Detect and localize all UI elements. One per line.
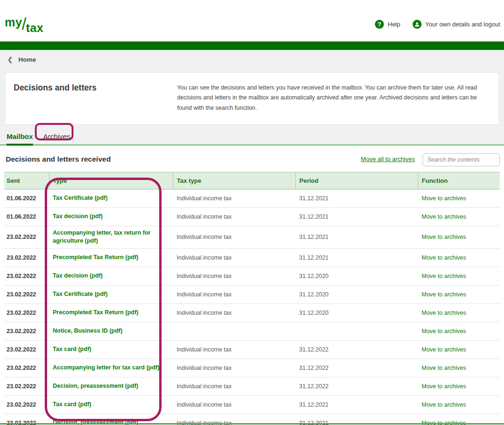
move-to-archives-link[interactable]: Move to archives: [422, 234, 466, 240]
table-row: 23.02.2022 Tax card (pdf) Individual inc…: [4, 395, 500, 414]
mailbox-content: Decisions and letters received Move all …: [0, 146, 504, 425]
period-cell: 31.12.2020: [295, 267, 418, 285]
move-to-archives-link[interactable]: Move to archives: [422, 365, 466, 371]
move-to-archives-link[interactable]: Move to archives: [422, 254, 466, 261]
period-cell: 31.12.2021: [295, 395, 418, 414]
move-to-archives-link[interactable]: Move to archives: [422, 328, 466, 335]
mytax-logo[interactable]: my/tax: [5, 11, 44, 30]
tax-type-cell: Individual income tax: [173, 248, 295, 267]
table-row: 23.02.2022 Accompanying letter, tax retu…: [4, 226, 500, 248]
column-header-function: Function: [418, 172, 500, 189]
column-header-period: Period: [295, 172, 418, 189]
sent-date: 23.02.2022: [4, 285, 49, 303]
tax-type-cell: Individual income tax: [173, 359, 295, 377]
search-input[interactable]: [423, 153, 500, 166]
sent-date: 23.02.2022: [4, 248, 49, 267]
logo-text-my: my: [5, 16, 22, 29]
logo-text-tax: tax: [26, 21, 44, 34]
document-link[interactable]: Precompleted Tax Return (pdf): [53, 253, 138, 262]
document-link[interactable]: Tax Certificate (pdf): [53, 194, 107, 203]
table-row: 23.02.2022 Precompleted Tax Return (pdf)…: [4, 303, 500, 322]
document-link[interactable]: Tax card (pdf): [53, 400, 91, 409]
table-row: 23.02.2022 Tax card (pdf) Individual inc…: [4, 340, 500, 359]
page-title: Decisions and letters: [14, 83, 177, 113]
move-to-archives-link[interactable]: Move to archives: [422, 195, 466, 202]
account-label: Your own details and logout: [425, 21, 500, 28]
section-heading: Decisions and letters received: [6, 153, 361, 163]
tab-bar: Mailbox Archives: [0, 125, 504, 146]
page-upper-zone: ❮ Home Decisions and letters You can see…: [0, 50, 504, 146]
document-link[interactable]: Tax Certificate (pdf): [53, 290, 107, 299]
document-link[interactable]: Tax card (pdf): [53, 345, 91, 354]
table-row: 23.02.2022 Precompleted Tax Return (pdf)…: [4, 248, 500, 267]
move-to-archives-link[interactable]: Move to archives: [422, 401, 466, 408]
tax-type-cell: Individual income tax: [173, 285, 295, 303]
sent-date: 23.02.2022: [4, 303, 49, 322]
table-row: 23.02.2022 Tax Certificate (pdf) Individ…: [4, 285, 500, 303]
table-row: 01.06.2022 Tax decision (pdf) Individual…: [4, 207, 500, 226]
header: my/tax ? Help Your own details and logou…: [0, 0, 504, 41]
tax-type-cell: Individual income tax: [173, 226, 295, 248]
tax-type-cell: Individual income tax: [173, 395, 295, 414]
tax-type-cell: Individual income tax: [173, 377, 295, 395]
tab-mailbox[interactable]: Mailbox: [7, 132, 33, 146]
period-cell: [295, 322, 418, 340]
column-header-tax-type: Tax type: [173, 172, 295, 189]
document-link[interactable]: Tax decision (pdf): [53, 212, 103, 221]
table-row: 23.02.2022 Decision, preassessment (pdf)…: [4, 377, 500, 395]
sent-date: 01.06.2022: [4, 207, 49, 226]
primary-nav-bar: [0, 41, 504, 50]
breadcrumb-home-link[interactable]: Home: [18, 56, 36, 63]
sent-date: 23.02.2022: [4, 340, 49, 359]
document-link[interactable]: Precompleted Tax Return (pdf): [53, 309, 138, 317]
move-to-archives-link[interactable]: Move to archives: [422, 346, 466, 353]
back-chevron-icon: ❮: [8, 56, 13, 63]
account-button[interactable]: Your own details and logout: [413, 20, 500, 29]
tax-type-cell: Individual income tax: [173, 303, 295, 322]
period-cell: 31.12.2020: [295, 303, 418, 322]
table-row: 23.02.2022 Notice, Business ID (pdf) Mov…: [4, 322, 500, 340]
tax-type-cell: Individual income tax: [173, 267, 295, 285]
period-cell: 31.12.2022: [295, 340, 418, 359]
period-cell: 31.12.2022: [295, 359, 418, 377]
document-link[interactable]: Decision, preassessment (pdf): [53, 382, 138, 391]
tax-type-cell: Individual income tax: [173, 189, 295, 207]
table-header-row: Sent Type Tax type Period Function: [4, 172, 500, 189]
sent-date: 23.02.2022: [4, 322, 49, 340]
bottom-edge-line: [0, 423, 504, 425]
move-to-archives-link[interactable]: Move to archives: [422, 213, 466, 220]
user-icon: [413, 20, 422, 29]
column-header-type: Type: [49, 172, 173, 189]
document-link[interactable]: Accompanying letter, tax return for agri…: [53, 229, 170, 245]
move-to-archives-link[interactable]: Move to archives: [422, 310, 466, 316]
page-title-card: Decisions and letters You can see the de…: [5, 72, 499, 125]
move-to-archives-link[interactable]: Move to archives: [422, 383, 466, 390]
document-link[interactable]: Accompanying letter for tax card (pdf): [53, 364, 159, 372]
column-header-sent: Sent: [4, 172, 49, 189]
sent-date: 23.02.2022: [4, 267, 49, 285]
help-label: Help: [388, 21, 400, 28]
document-link[interactable]: Tax decision (pdf): [53, 272, 103, 280]
document-link[interactable]: Notice, Business ID (pdf): [53, 327, 122, 335]
period-cell: 31.12.2021: [295, 189, 418, 207]
tax-type-cell: Individual income tax: [173, 207, 295, 226]
sent-date: 23.02.2022: [4, 359, 49, 377]
page-description: You can see the decisions and letters yo…: [177, 83, 490, 113]
help-question-icon: ?: [375, 20, 384, 29]
move-all-to-archives-link[interactable]: Move all to archives: [361, 153, 415, 163]
period-cell: 31.12.2020: [295, 285, 418, 303]
period-cell: 31.12.2021: [295, 207, 418, 226]
help-button[interactable]: ? Help: [375, 20, 400, 29]
move-to-archives-link[interactable]: Move to archives: [422, 273, 466, 279]
move-to-archives-link[interactable]: Move to archives: [422, 291, 466, 298]
tax-type-cell: Individual income tax: [173, 340, 295, 359]
table-row: 23.02.2022 Accompanying letter for tax c…: [4, 359, 500, 377]
decisions-table: Sent Type Tax type Period Function 01.06…: [4, 172, 500, 425]
tab-archives[interactable]: Archives: [43, 132, 71, 144]
period-cell: 31.12.2021: [295, 226, 418, 248]
breadcrumb[interactable]: ❮ Home: [0, 50, 504, 69]
period-cell: 31.12.2022: [295, 377, 418, 395]
sent-date: 23.02.2022: [4, 377, 49, 395]
tax-type-cell: [173, 322, 295, 340]
sent-date: 01.06.2022: [4, 189, 49, 207]
